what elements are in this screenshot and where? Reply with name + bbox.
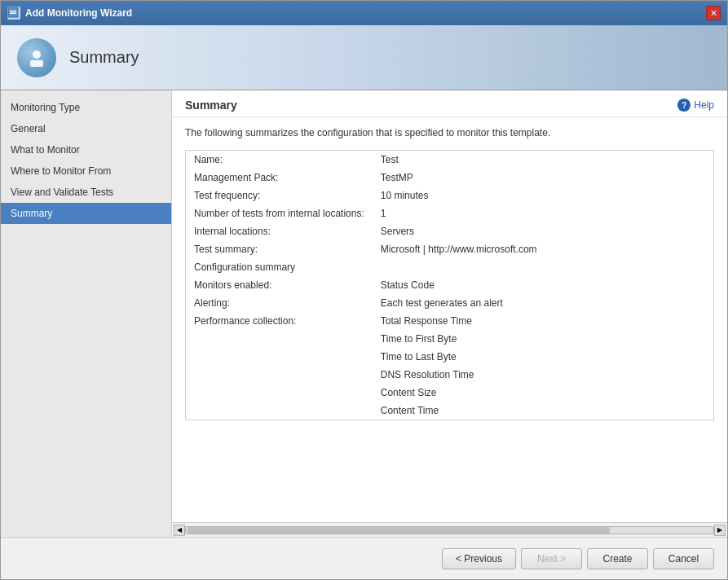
row-value: Content Time	[373, 402, 713, 420]
row-label: Performance collection:	[186, 312, 373, 330]
table-row: Time to First Byte	[186, 330, 713, 348]
table-row: Monitors enabled:Status Code	[186, 276, 713, 294]
row-label	[186, 366, 373, 384]
table-row: Test summary:Microsoft | http://www.micr…	[186, 240, 713, 258]
table-row: Internal locations:Servers	[186, 222, 713, 240]
content-area: Summary ? Help The following summarizes …	[172, 90, 727, 537]
help-label: Help	[694, 99, 714, 111]
content-header: Summary ? Help	[172, 90, 727, 117]
row-label: Alerting:	[186, 294, 373, 312]
close-button[interactable]: ✕	[706, 6, 721, 20]
row-label	[186, 330, 373, 348]
summary-table: Name:TestManagement Pack:TestMPTest freq…	[186, 151, 713, 420]
header-icon	[17, 38, 56, 77]
row-label: Internal locations:	[186, 222, 373, 240]
table-row: Alerting:Each test generates an alert	[186, 294, 713, 312]
scroll-left-arrow[interactable]: ◀	[174, 525, 185, 536]
previous-button[interactable]: < Previous	[442, 548, 516, 569]
create-button[interactable]: Create	[587, 548, 648, 569]
table-row: Configuration summary	[186, 258, 713, 276]
table-row: Number of tests from internal locations:…	[186, 204, 713, 222]
svg-point-3	[33, 51, 41, 59]
titlebar: Add Monitoring Wizard ✕	[1, 1, 727, 25]
row-label: Configuration summary	[186, 258, 373, 276]
titlebar-icon	[7, 7, 20, 20]
table-row: Name:Test	[186, 151, 713, 169]
header-banner: Summary	[1, 25, 727, 90]
sidebar-item-general[interactable]: General	[1, 118, 171, 139]
row-label: Monitors enabled:	[186, 276, 373, 294]
wizard-window: Add Monitoring Wizard ✕ Summary	[0, 0, 728, 580]
row-label: Name:	[186, 151, 373, 169]
row-value: DNS Resolution Time	[373, 366, 713, 384]
cancel-button[interactable]: Cancel	[653, 548, 714, 569]
table-row: DNS Resolution Time	[186, 366, 713, 384]
row-value: Test	[373, 151, 713, 169]
summary-box: Name:TestManagement Pack:TestMPTest freq…	[185, 150, 714, 420]
row-value: 10 minutes	[373, 187, 713, 204]
table-row: Performance collection:Total Response Ti…	[186, 312, 713, 330]
header-title: Summary	[69, 48, 139, 67]
row-label	[186, 384, 373, 402]
row-value: 1	[373, 204, 713, 222]
row-value: Total Response Time	[373, 312, 713, 330]
scrollbar-thumb[interactable]	[188, 527, 610, 534]
row-label	[186, 402, 373, 420]
description-text: The following summarizes the configurati…	[185, 127, 714, 138]
table-row: Time to Last Byte	[186, 348, 713, 366]
row-value: Time to Last Byte	[373, 348, 713, 366]
svg-rect-2	[10, 13, 16, 15]
row-value: Time to First Byte	[373, 330, 713, 348]
row-label	[186, 348, 373, 366]
row-value	[373, 258, 713, 276]
table-row: Content Size	[186, 384, 713, 402]
banner-graphic	[523, 25, 727, 90]
content-body: The following summarizes the configurati…	[172, 117, 727, 522]
help-icon: ?	[677, 99, 690, 112]
row-value: Microsoft | http://www.microsoft.com	[373, 240, 713, 258]
horizontal-scrollbar[interactable]: ◀ ▶	[172, 522, 727, 537]
next-button[interactable]: Next >	[521, 548, 582, 569]
row-label: Test summary:	[186, 240, 373, 258]
sidebar-item-summary[interactable]: Summary	[1, 203, 171, 224]
row-value: Each test generates an alert	[373, 294, 713, 312]
table-row: Test frequency:10 minutes	[186, 187, 713, 204]
table-row: Content Time	[186, 402, 713, 420]
content-title: Summary	[185, 99, 237, 112]
row-value: Content Size	[373, 384, 713, 402]
footer: < Previous Next > Create Cancel	[1, 537, 727, 579]
scrollbar-track[interactable]	[185, 526, 714, 534]
svg-rect-5	[523, 25, 727, 90]
svg-rect-4	[30, 60, 43, 67]
row-value: Status Code	[373, 276, 713, 294]
row-value: Servers	[373, 222, 713, 240]
scroll-right-arrow[interactable]: ▶	[714, 525, 726, 536]
svg-rect-0	[8, 7, 18, 17]
main-area: Monitoring Type General What to Monitor …	[1, 90, 727, 537]
help-link[interactable]: ? Help	[677, 99, 714, 112]
row-label: Test frequency:	[186, 187, 373, 204]
left-nav: Monitoring Type General What to Monitor …	[1, 90, 172, 537]
titlebar-title: Add Monitoring Wizard	[25, 7, 706, 19]
row-value: TestMP	[373, 169, 713, 187]
svg-rect-1	[10, 11, 16, 12]
row-label: Management Pack:	[186, 169, 373, 187]
sidebar-item-view-validate[interactable]: View and Validate Tests	[1, 182, 171, 203]
table-row: Management Pack:TestMP	[186, 169, 713, 187]
sidebar-item-monitoring-type[interactable]: Monitoring Type	[1, 97, 171, 118]
row-label: Number of tests from internal locations:	[186, 204, 373, 222]
sidebar-item-what-to-monitor[interactable]: What to Monitor	[1, 139, 171, 160]
sidebar-item-where-monitor-from[interactable]: Where to Monitor From	[1, 160, 171, 182]
